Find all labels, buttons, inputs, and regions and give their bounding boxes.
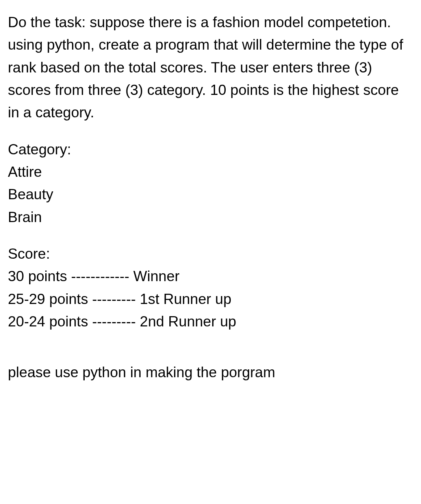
- category-header: Category:: [8, 138, 413, 161]
- category-section: Category: Attire Beauty Brain: [8, 138, 413, 228]
- score-line: 20-24 points --------- 2nd Runner up: [8, 310, 413, 333]
- score-header: Score:: [8, 243, 413, 265]
- task-description: Do the task: suppose there is a fashion …: [8, 11, 413, 124]
- footer-note: please use python in making the porgram: [8, 361, 413, 384]
- category-item: Brain: [8, 206, 413, 228]
- score-section: Score: 30 points ------------ Winner 25-…: [8, 243, 413, 333]
- score-line: 25-29 points --------- 1st Runner up: [8, 288, 413, 310]
- score-line: 30 points ------------ Winner: [8, 265, 413, 287]
- category-item: Attire: [8, 161, 413, 183]
- category-item: Beauty: [8, 183, 413, 206]
